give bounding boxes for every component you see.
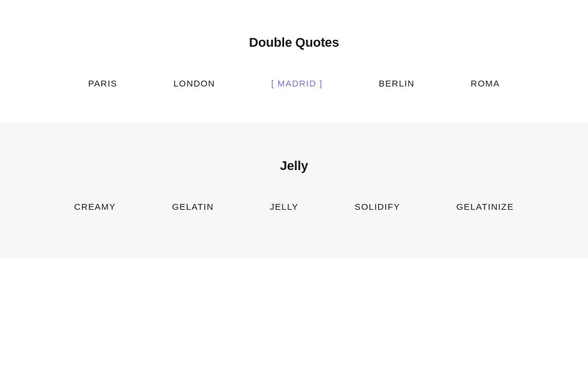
tag-row: CREAMY GELATIN JELLY SOLIDIFY GELATINIZE — [23, 202, 565, 212]
tag-item-creamy[interactable]: CREAMY — [46, 202, 144, 212]
section1-title: Double Quotes — [23, 35, 565, 50]
tag-item-jelly[interactable]: JELLY — [242, 202, 327, 212]
nav-item-paris[interactable]: PARIS — [60, 78, 146, 88]
nav-item-berlin[interactable]: BERLIN — [351, 78, 442, 88]
section2-title: Jelly — [23, 158, 565, 174]
nav-item-london[interactable]: LONDON — [146, 78, 243, 88]
nav-item-madrid[interactable]: [ MADRID ] — [243, 78, 351, 88]
section-double-quotes: Double Quotes PARIS LONDON [ MADRID ] BE… — [0, 0, 588, 123]
nav-row: PARIS LONDON [ MADRID ] BERLIN ROMA — [23, 78, 565, 88]
section-jelly: Jelly CREAMY GELATIN JELLY SOLIDIFY GELA… — [0, 123, 588, 258]
tag-item-gelatinize[interactable]: GELATINIZE — [428, 202, 542, 212]
nav-item-roma[interactable]: ROMA — [442, 78, 528, 88]
tag-item-solidify[interactable]: SOLIDIFY — [327, 202, 428, 212]
tag-item-gelatin[interactable]: GELATIN — [144, 202, 241, 212]
